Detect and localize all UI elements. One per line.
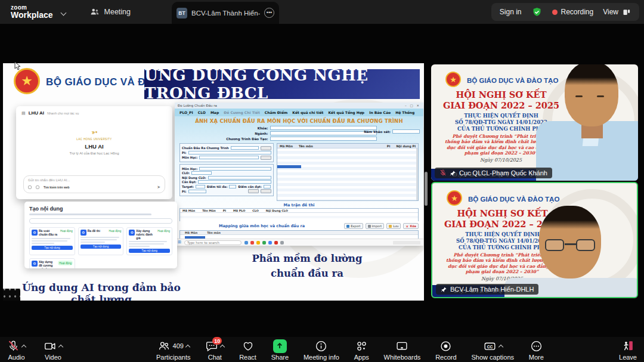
- participants-button[interactable]: 409 Participants: [156, 339, 190, 361]
- glasses: [545, 239, 596, 252]
- video-button[interactable]: Video: [44, 339, 63, 361]
- col-ndpi: Nội dung PI: [396, 144, 416, 148]
- record-icon: [439, 340, 452, 352]
- software-left-panel: Chuẩn Đầu Ra Chương Trình PI: Môn Học: M…: [179, 143, 274, 201]
- whiteboards-button[interactable]: Whiteboards: [384, 339, 421, 361]
- more-button[interactable]: More: [529, 339, 544, 361]
- left-title: Chuẩn Đầu Ra Chương Trình: [182, 146, 229, 150]
- captions-options-chevron[interactable]: [498, 344, 503, 349]
- windows-start-icon: ⊞: [178, 240, 181, 245]
- apps-button[interactable]: Apps: [354, 339, 369, 361]
- card-review-outcomes: ⚙Rà soát chuẩn đầu raHoạt động Tạo nội d…: [29, 227, 75, 255]
- col-mamon: Mã Môn: [280, 144, 293, 148]
- monhoc-label: Môn Học:: [182, 156, 197, 159]
- view-button[interactable]: View: [603, 8, 631, 17]
- leave-meeting-icon: [621, 340, 635, 352]
- nks-input: [392, 129, 420, 134]
- software-caption: Phần mềm đo lường chuẩn đầu ra: [242, 252, 373, 281]
- tab-options-icon[interactable]: •••: [264, 8, 274, 18]
- create-content-button: Tạo nội dung: [80, 245, 122, 249]
- nganh-input: [270, 131, 377, 135]
- video-tile-pham-quoc-khanh[interactable]: ★ BỘ GIÁO DỤC VÀ ĐÀO TẠO HỘI NGHỊ SƠ KẾT…: [431, 64, 638, 181]
- share-button[interactable]: Share: [271, 339, 289, 361]
- survey-year-field: Năm khảo sát:: [364, 129, 420, 134]
- top-bar: zoom Workplace Meeting BT BCV-Lâm Thành …: [0, 0, 644, 24]
- robot-icon: ⚙: [129, 230, 135, 236]
- vietnam-emblem-icon: ★: [445, 72, 461, 87]
- image-icon: [36, 185, 39, 189]
- lhu-ai-hero: ➳ LAC HONG UNIVERSITY LHU AI Trợ lý AI c…: [21, 126, 167, 155]
- panel-resize-handle[interactable]: [425, 172, 428, 206]
- software-menu-bar: PLO_PI CLO Map Đề Cương Chi Tiết Chấm Đi…: [175, 109, 423, 116]
- decorative-dot-grid: [3, 289, 20, 301]
- security-shield-icon[interactable]: [531, 7, 543, 18]
- menu-item: Map: [210, 110, 219, 115]
- chat-button[interactable]: 10 Chat: [205, 339, 224, 361]
- meeting-info-button[interactable]: Meeting info: [304, 339, 339, 361]
- robot-icon: ⚙: [80, 230, 86, 236]
- software-body: ÁNH XẠ CHUẨN ĐẦU RA MÔN HỌC VỚI CHUẨN ĐẦ…: [175, 116, 423, 239]
- zoom-workplace-logo[interactable]: zoom Workplace: [11, 5, 53, 19]
- ndclo-label: Nội Dung CLO:: [182, 176, 206, 180]
- lhu-ai-header: ▤ LHU AI Nhanh cho mọi tác vụ: [21, 110, 167, 116]
- slide-banner: ỨNG DỤNG CÔNG NGHỆ TRONG ĐBCL: [144, 69, 420, 99]
- field-label-ctdt: Chương Trình Đào Tạo:: [222, 137, 268, 141]
- app-icon: [274, 241, 278, 245]
- audio-options-chevron[interactable]: [21, 344, 26, 349]
- more-ellipsis-icon: [530, 340, 543, 352]
- chevron-down-icon[interactable]: [60, 10, 66, 16]
- tab-meeting-label: Meeting: [104, 8, 131, 16]
- zoom-meeting-window: zoom Workplace Meeting BT BCV-Lâm Thành …: [0, 0, 644, 362]
- software-form: Khóa: Ngành: Chương Trình Đào Tạo:: [222, 126, 377, 141]
- card-syllabus-builder: ⚙Xây dựng đề cương môn họcHoạt động: [29, 258, 75, 268]
- lhu-ai-window-hint: Nhanh cho mọi tác vụ: [47, 112, 79, 115]
- pin-icon: [441, 286, 447, 293]
- tab-shared-screen-title: BCV-Lâm Thành Hiển-DHLH's scr: [191, 10, 260, 17]
- lhu-chat-placeholder: Gửi tin nhắn đến LHU AI...: [28, 178, 160, 182]
- robot-icon: ⚙: [32, 230, 38, 236]
- participants-icon: [157, 340, 171, 352]
- audio-button[interactable]: Audio: [7, 339, 26, 361]
- record-button[interactable]: Record: [435, 339, 456, 361]
- view-label: View: [603, 8, 618, 16]
- mapping-buttons: Export Import Lưu ✕Xóa: [344, 223, 419, 229]
- chat-unread-badge: 10: [212, 337, 222, 345]
- recording-dot-icon: [552, 10, 558, 15]
- app-icon: [244, 241, 248, 245]
- menu-item: Đề Cương Chi Tiết: [224, 110, 260, 115]
- target-label: Target:: [182, 185, 194, 188]
- participants-options-chevron[interactable]: [185, 344, 190, 349]
- pi-label: PI:: [182, 151, 187, 154]
- meeting-people-icon: [89, 7, 100, 17]
- participant-name: Cục QLCL-Phạm Quốc Khánh: [459, 169, 547, 177]
- lhu-bird-logo-icon: ➳: [91, 127, 98, 137]
- mapping-section-title: Mapping giữa môn học và chuẩn đầu ra: [179, 224, 344, 228]
- pin-icon: [450, 170, 456, 177]
- app-icon: [268, 241, 272, 245]
- video-options-chevron[interactable]: [58, 344, 63, 349]
- video-tile-lam-thanh-hien[interactable]: ★ BỘ GIÁO DỤC VÀ ĐÀO TẠO HỘI NGHỊ SƠ KẾT…: [431, 182, 638, 298]
- recording-indicator: Recording: [552, 8, 594, 16]
- lhu-ai-title: LHU AI: [21, 143, 167, 150]
- diemtoida-label: Điểm tối đa:: [207, 185, 227, 188]
- app-icon: [262, 241, 266, 245]
- card-rubric-builder: ⚙Xây dựng rubric đánh giáHoạt động Tạo n…: [126, 227, 172, 255]
- lhu-ai-window-title: LHU AI: [29, 110, 44, 116]
- tab-meeting[interactable]: Meeting: [89, 7, 131, 17]
- sign-in-button[interactable]: Sign in: [500, 8, 522, 16]
- leave-button[interactable]: Leave: [619, 339, 637, 361]
- slide-banner-text: ỨNG DỤNG CÔNG NGHỆ TRONG ĐBCL: [144, 66, 420, 102]
- matrix-table: Mã Môn Tên Môn PI Mã PLO CLO Nội Dung CL…: [179, 208, 419, 221]
- lhu-brand-text: LAC HONG UNIVERSITY: [21, 138, 167, 141]
- chat-options-chevron[interactable]: [220, 344, 225, 349]
- tab-shared-screen[interactable]: BT BCV-Lâm Thành Hiển-DHLH's scr •••: [172, 2, 279, 24]
- ministry-title: BỘ GIÁO DỤC VÀ ĐÀO TẠO: [468, 196, 559, 203]
- ai-caption: Ứng dụng AI trong đảm bảo chất lượng: [18, 281, 184, 301]
- create-content-button: Tạo nội dung: [129, 249, 170, 253]
- lhu-ai-subtitle: Trợ lý AI của Đại học Lạc Hồng: [21, 151, 167, 155]
- heart-icon: [242, 340, 255, 352]
- react-button[interactable]: React: [239, 339, 256, 361]
- captions-button[interactable]: CC Show captions: [471, 339, 514, 361]
- save-icon: [389, 225, 392, 228]
- taskbar-search-box: Type here to search: [184, 240, 242, 245]
